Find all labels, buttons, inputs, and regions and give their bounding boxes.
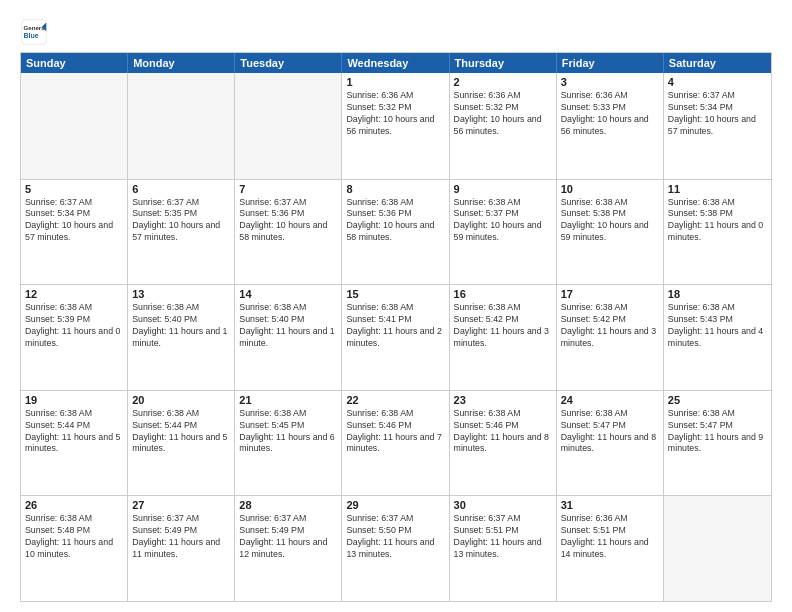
day-9: 9Sunrise: 6:38 AMSunset: 5:37 PMDaylight… <box>450 180 557 285</box>
day-26: 26Sunrise: 6:38 AMSunset: 5:48 PMDayligh… <box>21 496 128 601</box>
cell-info-19: Sunrise: 6:38 AMSunset: 5:44 PMDaylight:… <box>25 408 123 456</box>
day-number-7: 7 <box>239 183 337 195</box>
cell-info-3: Sunrise: 6:36 AMSunset: 5:33 PMDaylight:… <box>561 90 659 138</box>
day-13: 13Sunrise: 6:38 AMSunset: 5:40 PMDayligh… <box>128 285 235 390</box>
cell-info-31: Sunrise: 6:36 AMSunset: 5:51 PMDaylight:… <box>561 513 659 561</box>
day-number-3: 3 <box>561 76 659 88</box>
day-25: 25Sunrise: 6:38 AMSunset: 5:47 PMDayligh… <box>664 391 771 496</box>
day-20: 20Sunrise: 6:38 AMSunset: 5:44 PMDayligh… <box>128 391 235 496</box>
cell-info-16: Sunrise: 6:38 AMSunset: 5:42 PMDaylight:… <box>454 302 552 350</box>
calendar-body: 1Sunrise: 6:36 AMSunset: 5:32 PMDaylight… <box>21 73 771 601</box>
cell-info-2: Sunrise: 6:36 AMSunset: 5:32 PMDaylight:… <box>454 90 552 138</box>
day-29: 29Sunrise: 6:37 AMSunset: 5:50 PMDayligh… <box>342 496 449 601</box>
day-number-19: 19 <box>25 394 123 406</box>
day-number-25: 25 <box>668 394 767 406</box>
day-24: 24Sunrise: 6:38 AMSunset: 5:47 PMDayligh… <box>557 391 664 496</box>
cell-info-6: Sunrise: 6:37 AMSunset: 5:35 PMDaylight:… <box>132 197 230 245</box>
day-number-8: 8 <box>346 183 444 195</box>
day-number-22: 22 <box>346 394 444 406</box>
empty-cell <box>664 496 771 601</box>
day-number-31: 31 <box>561 499 659 511</box>
cell-info-13: Sunrise: 6:38 AMSunset: 5:40 PMDaylight:… <box>132 302 230 350</box>
day-3: 3Sunrise: 6:36 AMSunset: 5:33 PMDaylight… <box>557 73 664 179</box>
day-30: 30Sunrise: 6:37 AMSunset: 5:51 PMDayligh… <box>450 496 557 601</box>
cell-info-22: Sunrise: 6:38 AMSunset: 5:46 PMDaylight:… <box>346 408 444 456</box>
day-1: 1Sunrise: 6:36 AMSunset: 5:32 PMDaylight… <box>342 73 449 179</box>
day-10: 10Sunrise: 6:38 AMSunset: 5:38 PMDayligh… <box>557 180 664 285</box>
day-number-16: 16 <box>454 288 552 300</box>
weekday-wednesday: Wednesday <box>342 53 449 73</box>
day-number-27: 27 <box>132 499 230 511</box>
day-21: 21Sunrise: 6:38 AMSunset: 5:45 PMDayligh… <box>235 391 342 496</box>
day-number-23: 23 <box>454 394 552 406</box>
day-number-14: 14 <box>239 288 337 300</box>
day-number-12: 12 <box>25 288 123 300</box>
day-7: 7Sunrise: 6:37 AMSunset: 5:36 PMDaylight… <box>235 180 342 285</box>
cell-info-21: Sunrise: 6:38 AMSunset: 5:45 PMDaylight:… <box>239 408 337 456</box>
cell-info-29: Sunrise: 6:37 AMSunset: 5:50 PMDaylight:… <box>346 513 444 561</box>
day-number-2: 2 <box>454 76 552 88</box>
day-5: 5Sunrise: 6:37 AMSunset: 5:34 PMDaylight… <box>21 180 128 285</box>
cell-info-25: Sunrise: 6:38 AMSunset: 5:47 PMDaylight:… <box>668 408 767 456</box>
day-8: 8Sunrise: 6:38 AMSunset: 5:36 PMDaylight… <box>342 180 449 285</box>
day-number-9: 9 <box>454 183 552 195</box>
day-16: 16Sunrise: 6:38 AMSunset: 5:42 PMDayligh… <box>450 285 557 390</box>
day-number-28: 28 <box>239 499 337 511</box>
day-18: 18Sunrise: 6:38 AMSunset: 5:43 PMDayligh… <box>664 285 771 390</box>
day-number-18: 18 <box>668 288 767 300</box>
cell-info-9: Sunrise: 6:38 AMSunset: 5:37 PMDaylight:… <box>454 197 552 245</box>
calendar-row-1: 5Sunrise: 6:37 AMSunset: 5:34 PMDaylight… <box>21 179 771 285</box>
day-number-10: 10 <box>561 183 659 195</box>
cell-info-15: Sunrise: 6:38 AMSunset: 5:41 PMDaylight:… <box>346 302 444 350</box>
day-4: 4Sunrise: 6:37 AMSunset: 5:34 PMDaylight… <box>664 73 771 179</box>
day-27: 27Sunrise: 6:37 AMSunset: 5:49 PMDayligh… <box>128 496 235 601</box>
weekday-tuesday: Tuesday <box>235 53 342 73</box>
day-number-29: 29 <box>346 499 444 511</box>
calendar-row-2: 12Sunrise: 6:38 AMSunset: 5:39 PMDayligh… <box>21 284 771 390</box>
day-number-15: 15 <box>346 288 444 300</box>
day-28: 28Sunrise: 6:37 AMSunset: 5:49 PMDayligh… <box>235 496 342 601</box>
svg-text:Blue: Blue <box>24 32 39 39</box>
cell-info-18: Sunrise: 6:38 AMSunset: 5:43 PMDaylight:… <box>668 302 767 350</box>
cell-info-27: Sunrise: 6:37 AMSunset: 5:49 PMDaylight:… <box>132 513 230 561</box>
cell-info-12: Sunrise: 6:38 AMSunset: 5:39 PMDaylight:… <box>25 302 123 350</box>
day-number-21: 21 <box>239 394 337 406</box>
calendar-row-0: 1Sunrise: 6:36 AMSunset: 5:32 PMDaylight… <box>21 73 771 179</box>
day-14: 14Sunrise: 6:38 AMSunset: 5:40 PMDayligh… <box>235 285 342 390</box>
weekday-sunday: Sunday <box>21 53 128 73</box>
cell-info-30: Sunrise: 6:37 AMSunset: 5:51 PMDaylight:… <box>454 513 552 561</box>
cell-info-5: Sunrise: 6:37 AMSunset: 5:34 PMDaylight:… <box>25 197 123 245</box>
cell-info-17: Sunrise: 6:38 AMSunset: 5:42 PMDaylight:… <box>561 302 659 350</box>
cell-info-11: Sunrise: 6:38 AMSunset: 5:38 PMDaylight:… <box>668 197 767 245</box>
calendar: SundayMondayTuesdayWednesdayThursdayFrid… <box>20 52 772 602</box>
day-number-20: 20 <box>132 394 230 406</box>
cell-info-10: Sunrise: 6:38 AMSunset: 5:38 PMDaylight:… <box>561 197 659 245</box>
weekday-monday: Monday <box>128 53 235 73</box>
day-number-4: 4 <box>668 76 767 88</box>
day-17: 17Sunrise: 6:38 AMSunset: 5:42 PMDayligh… <box>557 285 664 390</box>
logo: General Blue <box>20 18 48 46</box>
day-number-24: 24 <box>561 394 659 406</box>
cell-info-4: Sunrise: 6:37 AMSunset: 5:34 PMDaylight:… <box>668 90 767 138</box>
empty-cell <box>21 73 128 179</box>
cell-info-24: Sunrise: 6:38 AMSunset: 5:47 PMDaylight:… <box>561 408 659 456</box>
cell-info-20: Sunrise: 6:38 AMSunset: 5:44 PMDaylight:… <box>132 408 230 456</box>
day-22: 22Sunrise: 6:38 AMSunset: 5:46 PMDayligh… <box>342 391 449 496</box>
day-number-1: 1 <box>346 76 444 88</box>
day-number-13: 13 <box>132 288 230 300</box>
weekday-saturday: Saturday <box>664 53 771 73</box>
day-number-6: 6 <box>132 183 230 195</box>
day-number-30: 30 <box>454 499 552 511</box>
day-number-17: 17 <box>561 288 659 300</box>
day-12: 12Sunrise: 6:38 AMSunset: 5:39 PMDayligh… <box>21 285 128 390</box>
cell-info-8: Sunrise: 6:38 AMSunset: 5:36 PMDaylight:… <box>346 197 444 245</box>
cell-info-7: Sunrise: 6:37 AMSunset: 5:36 PMDaylight:… <box>239 197 337 245</box>
page: General Blue SundayMondayTuesdayWednesda… <box>0 0 792 612</box>
day-number-11: 11 <box>668 183 767 195</box>
day-11: 11Sunrise: 6:38 AMSunset: 5:38 PMDayligh… <box>664 180 771 285</box>
day-23: 23Sunrise: 6:38 AMSunset: 5:46 PMDayligh… <box>450 391 557 496</box>
day-6: 6Sunrise: 6:37 AMSunset: 5:35 PMDaylight… <box>128 180 235 285</box>
calendar-row-3: 19Sunrise: 6:38 AMSunset: 5:44 PMDayligh… <box>21 390 771 496</box>
logo-icon: General Blue <box>20 18 48 46</box>
weekday-friday: Friday <box>557 53 664 73</box>
